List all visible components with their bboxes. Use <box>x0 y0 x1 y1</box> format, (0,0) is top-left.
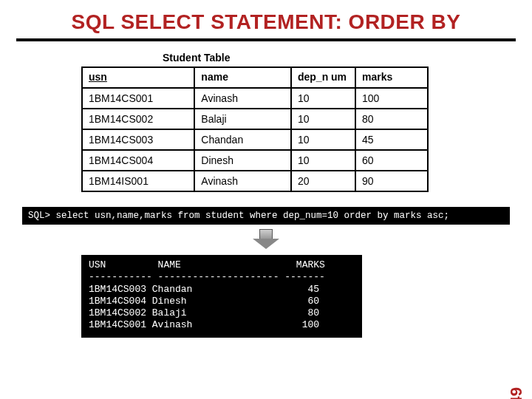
slide-title: SQL SELECT STATEMENT: ORDER BY <box>0 0 532 38</box>
result-row: 1BM14CS004 Dinesh 60 <box>89 296 319 307</box>
cell-dep-num: 10 <box>291 88 355 109</box>
cell-marks: 45 <box>355 129 428 150</box>
cell-marks: 60 <box>355 150 428 171</box>
cell-usn: 1BM14IS001 <box>82 171 194 191</box>
page-number: 49 <box>507 387 526 399</box>
cell-name: Balaji <box>194 109 291 129</box>
result-row: 1BM14CS002 Balaji 80 <box>89 307 319 318</box>
sql-result-output: USN NAME MARKS ----------- -------------… <box>81 255 362 338</box>
cell-dep-num: 10 <box>291 109 355 129</box>
cell-name: Dinesh <box>194 150 291 171</box>
table-row: 1BM14CS002 Balaji 10 80 <box>82 109 428 129</box>
cell-name: Avinash <box>194 88 291 109</box>
header-usn: usn <box>82 67 194 88</box>
cell-name: Avinash <box>194 171 291 191</box>
student-table-label: Student Table <box>163 52 532 64</box>
result-rule: ----------- --------------------- ------… <box>89 271 325 282</box>
cell-dep-num: 20 <box>291 171 355 191</box>
table-row: 1BM14CS001 Avinash 10 100 <box>82 88 428 109</box>
cell-marks: 100 <box>355 88 428 109</box>
header-dep-num: dep_n um <box>291 67 355 88</box>
title-underline <box>16 38 516 41</box>
cell-name: Chandan <box>194 129 291 150</box>
cell-dep-num: 10 <box>291 129 355 150</box>
cell-usn: 1BM14CS004 <box>82 150 194 171</box>
cell-marks: 80 <box>355 109 428 129</box>
cell-usn: 1BM14CS002 <box>82 109 194 129</box>
result-row: 1BM14CS001 Avinash 100 <box>89 319 319 330</box>
cell-usn: 1BM14CS001 <box>82 88 194 109</box>
header-name: name <box>194 67 291 88</box>
table-row: 1BM14IS001 Avinash 20 90 <box>82 171 428 191</box>
student-table: usn name dep_n um marks 1BM14CS001 Avina… <box>81 66 429 192</box>
result-row: 1BM14CS003 Chandan 45 <box>89 284 319 295</box>
cell-marks: 90 <box>355 171 428 191</box>
down-arrow-icon <box>0 229 532 252</box>
sql-query-line: SQL> select usn,name,marks from student … <box>22 207 510 225</box>
header-marks: marks <box>355 67 428 88</box>
cell-usn: 1BM14CS003 <box>82 129 194 150</box>
result-header: USN NAME MARKS <box>89 259 325 270</box>
table-row: 1BM14CS003 Chandan 10 45 <box>82 129 428 150</box>
table-header-row: usn name dep_n um marks <box>82 67 428 88</box>
cell-dep-num: 10 <box>291 150 355 171</box>
table-row: 1BM14CS004 Dinesh 10 60 <box>82 150 428 171</box>
